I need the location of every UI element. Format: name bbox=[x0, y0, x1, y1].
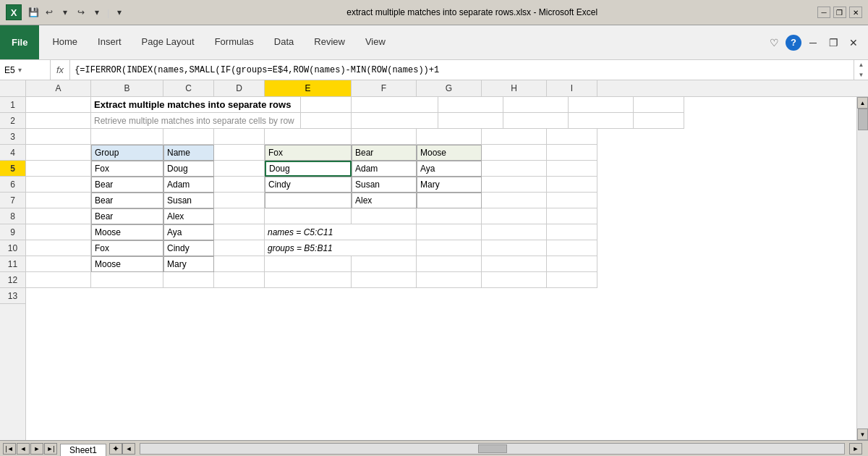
col-header-g[interactable]: G bbox=[417, 80, 482, 96]
close-button[interactable]: ✕ bbox=[849, 7, 862, 18]
cell-e7[interactable] bbox=[265, 193, 352, 208]
cell-i4[interactable] bbox=[547, 145, 597, 161]
cell-c6[interactable]: Adam bbox=[163, 177, 214, 193]
cell-a12[interactable] bbox=[26, 272, 91, 288]
cell-d4[interactable] bbox=[214, 145, 265, 161]
cell-c9[interactable]: Aya bbox=[163, 224, 214, 240]
help-button[interactable]: ? bbox=[786, 35, 801, 51]
row-11[interactable]: 11 bbox=[0, 256, 25, 272]
cell-f11[interactable] bbox=[352, 256, 417, 272]
cell-b11[interactable]: Moose bbox=[91, 256, 163, 272]
col-header-i[interactable]: I bbox=[547, 80, 597, 96]
cell-g10[interactable] bbox=[482, 240, 547, 256]
cell-a2[interactable] bbox=[26, 113, 91, 129]
cell-f9[interactable] bbox=[417, 224, 482, 240]
row-5[interactable]: 5 bbox=[0, 161, 25, 177]
cell-b2[interactable]: Retrieve multiple matches into separate … bbox=[91, 113, 301, 129]
cell-e11[interactable] bbox=[265, 256, 352, 272]
row-7[interactable]: 7 bbox=[0, 193, 25, 208]
undo-button[interactable]: ↩ bbox=[42, 5, 56, 20]
cell-e12[interactable] bbox=[265, 272, 352, 288]
formula-function-button[interactable]: fx bbox=[51, 60, 70, 80]
cell-e3[interactable] bbox=[265, 129, 352, 145]
cell-b8[interactable]: Bear bbox=[91, 208, 163, 224]
row-1[interactable]: 1 bbox=[0, 97, 25, 113]
cell-b10[interactable]: Fox bbox=[91, 240, 163, 256]
cell-d12[interactable] bbox=[214, 272, 265, 288]
col-header-a[interactable]: A bbox=[26, 80, 91, 96]
cell-d10[interactable] bbox=[214, 240, 265, 256]
cell-f6[interactable]: Susan bbox=[352, 177, 417, 193]
formula-scroll-up[interactable]: ▲ bbox=[854, 60, 868, 70]
col-header-b[interactable]: B bbox=[91, 80, 163, 96]
cell-g8[interactable] bbox=[417, 208, 482, 224]
prev-sheet-button[interactable]: ◄ bbox=[17, 443, 30, 455]
cell-b7[interactable]: Bear bbox=[91, 193, 163, 208]
cell-i1[interactable] bbox=[634, 97, 684, 113]
cell-b9[interactable]: Moose bbox=[91, 224, 163, 240]
cell-f10[interactable] bbox=[417, 240, 482, 256]
cell-h7[interactable] bbox=[482, 193, 547, 208]
save-qat-button[interactable]: 💾 bbox=[26, 5, 41, 20]
redo-button[interactable]: ↪ bbox=[74, 5, 88, 20]
file-tab[interactable]: File bbox=[0, 25, 39, 59]
cell-d6[interactable] bbox=[214, 177, 265, 193]
home-tab[interactable]: Home bbox=[42, 25, 88, 59]
cell-i8[interactable] bbox=[547, 208, 597, 224]
cell-h12[interactable] bbox=[482, 272, 547, 288]
row-10[interactable]: 10 bbox=[0, 240, 25, 256]
cell-e2[interactable] bbox=[352, 113, 438, 129]
cell-d11[interactable] bbox=[214, 256, 265, 272]
row-2[interactable]: 2 bbox=[0, 113, 25, 129]
cell-e1[interactable] bbox=[352, 97, 438, 113]
insert-tab[interactable]: Insert bbox=[88, 25, 132, 59]
cell-g11[interactable] bbox=[417, 256, 482, 272]
heart-icon[interactable]: ♡ bbox=[765, 34, 783, 51]
cell-e5-active[interactable]: Doug bbox=[265, 161, 352, 177]
cell-g12[interactable] bbox=[417, 272, 482, 288]
col-header-d[interactable]: D bbox=[214, 80, 265, 96]
cell-h11[interactable] bbox=[482, 256, 547, 272]
cell-c12[interactable] bbox=[163, 272, 214, 288]
cell-g2[interactable] bbox=[503, 113, 569, 129]
data-tab[interactable]: Data bbox=[264, 25, 304, 59]
last-sheet-button[interactable]: ►| bbox=[44, 443, 57, 455]
cell-e9-note1[interactable]: names = C5:C11 bbox=[265, 224, 417, 240]
cell-f3[interactable] bbox=[352, 129, 417, 145]
page-layout-tab[interactable]: Page Layout bbox=[132, 25, 205, 59]
row-8[interactable]: 8 bbox=[0, 208, 25, 224]
cell-f12[interactable] bbox=[352, 272, 417, 288]
cell-i10[interactable] bbox=[547, 240, 597, 256]
cell-c7[interactable]: Susan bbox=[163, 193, 214, 208]
cell-h4[interactable] bbox=[482, 145, 547, 161]
cell-g6[interactable]: Mary bbox=[417, 177, 482, 193]
cell-a5[interactable] bbox=[26, 161, 91, 177]
cell-a1[interactable] bbox=[26, 97, 91, 113]
ribbon-minimize-button[interactable]: ─ bbox=[804, 34, 822, 51]
first-sheet-button[interactable]: |◄ bbox=[3, 443, 16, 455]
col-header-f[interactable]: F bbox=[352, 80, 417, 96]
cell-c8[interactable]: Alex bbox=[163, 208, 214, 224]
view-tab[interactable]: View bbox=[355, 25, 396, 59]
cell-g4-moose-header[interactable]: Moose bbox=[417, 145, 482, 161]
col-header-e[interactable]: E bbox=[265, 80, 352, 96]
cell-i11[interactable] bbox=[547, 256, 597, 272]
customize-qat-button[interactable]: ▾ bbox=[112, 5, 127, 20]
cell-a6[interactable] bbox=[26, 177, 91, 193]
cell-b1[interactable]: Extract multiple matches into separate r… bbox=[91, 97, 301, 113]
cell-f7[interactable]: Alex bbox=[352, 193, 417, 208]
cell-f8[interactable] bbox=[352, 208, 417, 224]
cell-c11[interactable]: Mary bbox=[163, 256, 214, 272]
cell-e10-note2[interactable]: groups = B5:B11 bbox=[265, 240, 417, 256]
horizontal-scrollbar[interactable] bbox=[140, 443, 845, 455]
ribbon-restore-button[interactable]: ❐ bbox=[825, 34, 842, 51]
review-tab[interactable]: Review bbox=[304, 25, 355, 59]
col-header-h[interactable]: H bbox=[482, 80, 547, 96]
cell-ref-dropdown-icon[interactable]: ▾ bbox=[18, 66, 22, 74]
restore-button[interactable]: ❐ bbox=[833, 7, 846, 18]
row-9[interactable]: 9 bbox=[0, 224, 25, 240]
cell-c10[interactable]: Cindy bbox=[163, 240, 214, 256]
cell-a9[interactable] bbox=[26, 224, 91, 240]
cell-f5[interactable]: Adam bbox=[352, 161, 417, 177]
cell-f1[interactable] bbox=[438, 97, 503, 113]
